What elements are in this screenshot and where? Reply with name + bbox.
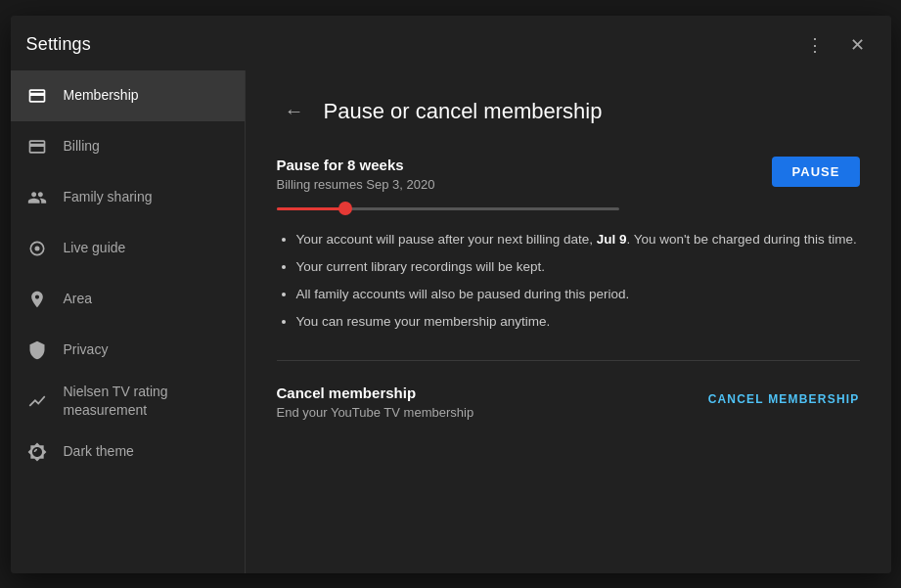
back-button[interactable]: ← — [277, 94, 312, 129]
cancel-membership-button[interactable]: CANCEL MEMBERSHIP — [708, 384, 860, 414]
content-header: ← Pause or cancel membership — [277, 94, 860, 129]
dark-theme-icon — [26, 442, 48, 462]
sidebar-label-dark-theme: Dark theme — [64, 442, 134, 460]
sidebar-item-privacy[interactable]: Privacy — [11, 325, 245, 376]
sidebar: Membership Billing Family sharing — [11, 70, 246, 573]
sidebar-item-dark-theme[interactable]: Dark theme — [11, 427, 245, 477]
slider-fill — [277, 207, 345, 210]
more-icon: ⋮ — [806, 34, 824, 56]
slider-thumb[interactable] — [338, 202, 352, 215]
sidebar-item-area[interactable]: Area — [11, 274, 245, 325]
sidebar-item-nielsen[interactable]: Nielsen TV rating measurement — [11, 376, 245, 427]
area-icon — [26, 290, 48, 309]
family-icon — [26, 188, 48, 207]
close-icon: ✕ — [850, 34, 865, 56]
pause-section: Pause for 8 weeks Billing resumes Sep 3,… — [277, 157, 860, 192]
list-item: You can resume your membership anytime. — [296, 312, 860, 332]
cancel-heading: Cancel membership — [277, 384, 474, 401]
info-list: Your account will pause after your next … — [277, 230, 860, 333]
main-content: ← Pause or cancel membership Pause for 8… — [246, 70, 891, 573]
content-title: Pause or cancel membership — [324, 99, 603, 124]
list-item: Your account will pause after your next … — [296, 230, 860, 249]
sidebar-label-membership: Membership — [64, 86, 139, 104]
header-icons: ⋮ ✕ — [797, 27, 876, 63]
close-button[interactable]: ✕ — [840, 27, 876, 63]
slider-container — [277, 207, 860, 210]
cancel-subtext: End your YouTube TV membership — [277, 405, 474, 420]
modal-title: Settings — [26, 34, 91, 55]
svg-point-1 — [34, 246, 39, 250]
pause-button[interactable]: PAUSE — [772, 157, 859, 187]
privacy-icon — [26, 340, 48, 360]
pause-heading: Pause for 8 weeks — [277, 157, 435, 173]
sidebar-item-membership[interactable]: Membership — [11, 70, 245, 121]
sidebar-label-area: Area — [64, 290, 93, 307]
cancel-section: Cancel membership End your YouTube TV me… — [277, 384, 860, 420]
modal-header: Settings ⋮ ✕ — [11, 16, 891, 70]
sidebar-label-privacy: Privacy — [64, 340, 109, 358]
sidebar-item-live-guide[interactable]: Live guide — [11, 223, 245, 274]
sidebar-item-family-sharing[interactable]: Family sharing — [11, 172, 245, 223]
cancel-info: Cancel membership End your YouTube TV me… — [277, 384, 474, 420]
modal-body: Membership Billing Family sharing — [11, 70, 891, 573]
section-divider — [277, 360, 860, 361]
sidebar-label-family: Family sharing — [64, 188, 153, 205]
list-item: All family accounts will also be paused … — [296, 285, 860, 304]
billing-icon — [26, 137, 48, 157]
list-item: Your current library recordings will be … — [296, 257, 860, 277]
pause-info: Pause for 8 weeks Billing resumes Sep 3,… — [277, 157, 435, 192]
slider-track[interactable] — [277, 207, 619, 210]
settings-modal: Settings ⋮ ✕ Membership — [11, 16, 891, 573]
more-options-button[interactable]: ⋮ — [797, 27, 833, 63]
sidebar-label-live: Live guide — [64, 239, 126, 256]
live-icon — [26, 239, 48, 258]
pause-subtext: Billing resumes Sep 3, 2020 — [277, 177, 435, 192]
sidebar-label-nielsen: Nielsen TV rating measurement — [64, 383, 229, 418]
membership-icon — [26, 86, 48, 106]
sidebar-label-billing: Billing — [64, 137, 100, 155]
sidebar-item-billing[interactable]: Billing — [11, 121, 245, 172]
back-icon: ← — [285, 100, 304, 122]
nielsen-icon — [26, 391, 48, 411]
